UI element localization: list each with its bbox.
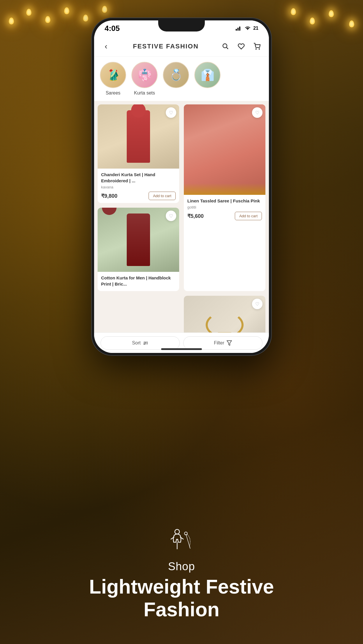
bottom-section: Shop Lightweight Festive Fashion [0, 528, 363, 621]
product-info-saree: Linen Tassled Saree | Fuschia Pink gotit… [184, 195, 265, 223]
product-info-kurta-men: Cotton Kurta for Men | Handblock Print |… [98, 272, 179, 291]
product-brand-kurta-red: kavana [101, 185, 176, 189]
cart-icon [253, 43, 260, 50]
category-kurta-sets[interactable]: 👘 Kurta sets [131, 62, 158, 96]
wishlist-saree[interactable]: ♡ [252, 107, 262, 118]
shop-subtitle: Shop [0, 560, 363, 573]
product-info-kurta-red: Chanderi Kurta Set | Hand Embroidered | … [98, 169, 179, 203]
status-bar: 4:05 21 [94, 20, 269, 36]
filter-label: Filter [214, 340, 224, 346]
home-indicator [161, 348, 202, 350]
svg-point-5 [256, 49, 256, 49]
product-price-saree: ₹5,600 [187, 213, 204, 219]
svg-point-6 [259, 49, 260, 49]
product-brand-saree: gotitli [187, 205, 262, 209]
search-icon [222, 43, 229, 50]
svg-rect-2 [239, 27, 240, 31]
header-title: FESTIVE FASHION [133, 43, 199, 50]
product-card-necklace[interactable]: ♡ Brass Necklace Set | Gold Plated [184, 296, 265, 332]
wishlist-kurta-red[interactable]: ♡ [166, 107, 176, 118]
product-bottom-saree: ₹5,600 Add to cart [187, 212, 262, 220]
search-button[interactable] [221, 41, 230, 51]
svg-line-15 [186, 534, 190, 549]
svg-marker-10 [227, 341, 232, 345]
product-name-saree: Linen Tassled Saree | Fuschia Pink [187, 198, 262, 204]
notch [158, 20, 205, 32]
sort-label: Sort [132, 340, 140, 346]
product-card-kurta-men[interactable]: ♡ Cotton Kurta for Men | Handblock Print… [98, 208, 179, 291]
category-sarees-label: Sarees [106, 90, 121, 96]
categories-list: 🥻 Sarees 👘 Kurta sets 💍 [94, 57, 269, 99]
add-to-cart-saree[interactable]: Add to cart [235, 212, 262, 220]
add-to-cart-kurta-red[interactable]: Add to cart [149, 192, 176, 200]
svg-line-4 [227, 47, 228, 49]
product-price-kurta-red: ₹9,800 [101, 193, 117, 199]
status-time: 4:05 [105, 24, 120, 33]
product-bottom-kurta-red: ₹9,800 Add to cart [101, 192, 176, 200]
wifi-icon [244, 26, 251, 31]
cart-button[interactable] [252, 41, 262, 51]
app-header: ‹ FESTIVE FASHION [94, 36, 269, 57]
product-grid: ♡ Chanderi Kurta Set | Hand Embroidered … [94, 101, 269, 332]
app-content: 🥻 Sarees 👘 Kurta sets 💍 [94, 57, 269, 332]
product-name-kurta-red: Chanderi Kurta Set | Hand Embroidered | … [101, 172, 176, 184]
battery-label: 21 [253, 26, 258, 31]
sort-button[interactable]: Sort [101, 336, 180, 350]
fashion-icon [168, 528, 195, 554]
product-card-saree[interactable]: ♡ Linen Tassled Saree | Fuschia Pink got… [184, 104, 265, 291]
category-mens[interactable]: 👔 [194, 62, 221, 96]
svg-point-3 [223, 44, 227, 48]
product-name-kurta-men: Cotton Kurta for Men | Handblock Print |… [101, 275, 176, 287]
product-card-kurta-red[interactable]: ♡ Chanderi Kurta Set | Hand Embroidered … [98, 104, 179, 203]
header-action-icons [221, 41, 262, 51]
category-jewelry[interactable]: 💍 [163, 62, 189, 96]
sort-icon [143, 340, 148, 346]
wishlist-kurta-men[interactable]: ♡ [166, 211, 176, 221]
status-icons: 21 [236, 26, 258, 31]
back-button[interactable]: ‹ [101, 41, 111, 51]
svg-rect-1 [237, 28, 239, 31]
shop-title: Lightweight Festive Fashion [0, 575, 363, 621]
filter-icon [227, 340, 232, 346]
category-sarees[interactable]: 🥻 Sarees [100, 62, 126, 96]
phone-frame: 4:05 21 ‹ [91, 18, 272, 356]
categories-section: 🥻 Sarees 👘 Kurta sets 💍 [94, 57, 269, 101]
wishlist-button[interactable] [236, 41, 246, 51]
heart-icon [238, 43, 245, 50]
shop-icon [168, 528, 195, 554]
category-kurta-label: Kurta sets [134, 90, 155, 96]
signal-icon [236, 26, 242, 31]
svg-point-11 [175, 529, 179, 534]
filter-button[interactable]: Filter [183, 336, 262, 350]
wishlist-necklace[interactable]: ♡ [252, 299, 262, 309]
product-image-saree [184, 104, 265, 195]
svg-rect-0 [236, 29, 237, 31]
